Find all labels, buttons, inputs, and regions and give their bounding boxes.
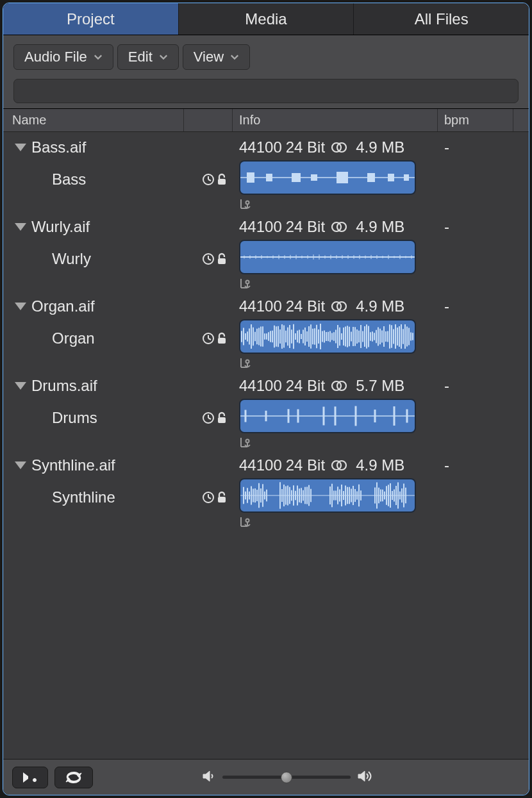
volume-control (202, 770, 374, 785)
info-sample-rate: 44100 (239, 456, 282, 474)
slider-thumb[interactable] (281, 772, 292, 783)
menu-view[interactable]: View (183, 44, 250, 70)
stereo-icon (330, 300, 348, 313)
info-sample-rate: 44100 (239, 138, 282, 156)
chevron-down-icon (230, 53, 239, 62)
anchor-icon (239, 356, 438, 369)
disclosure-triangle-icon[interactable] (15, 303, 26, 310)
region-name: Synthline (52, 488, 115, 506)
region-row[interactable]: Drums (3, 395, 529, 450)
waveform[interactable] (239, 478, 416, 513)
stereo-icon (330, 379, 348, 392)
unlock-icon (216, 173, 228, 186)
region-name: Drums (52, 409, 97, 427)
chevron-down-icon (159, 53, 168, 62)
menu-label: Edit (128, 49, 153, 65)
table-header: Name Info bpm (3, 109, 529, 132)
play-icon (22, 771, 38, 784)
column-info[interactable]: Info (233, 109, 438, 131)
waveform[interactable] (239, 240, 416, 274)
tab-bar: Project Media All Files (3, 3, 529, 35)
info-bit-depth: 24 Bit (286, 297, 325, 315)
svg-rect-65 (218, 338, 226, 344)
disclosure-triangle-icon[interactable] (15, 223, 26, 231)
stereo-icon (330, 141, 348, 154)
svg-line-164 (208, 418, 211, 419)
svg-point-17 (246, 201, 249, 204)
file-name: Synthline.aif (31, 456, 115, 474)
stereo-icon (330, 459, 348, 472)
column-name[interactable]: Name (3, 109, 184, 131)
loop-icon (64, 771, 83, 784)
disclosure-triangle-icon[interactable] (15, 382, 26, 390)
info-bpm: - (438, 218, 513, 236)
svg-rect-186 (218, 497, 226, 503)
file-name: Drums.aif (31, 377, 97, 395)
svg-rect-165 (218, 417, 226, 423)
column-status[interactable] (184, 109, 233, 131)
svg-point-179 (246, 440, 249, 443)
waveform[interactable] (239, 399, 416, 433)
info-bit-depth: 24 Bit (286, 456, 325, 474)
file-row[interactable]: Synthline.aif 44100 24 Bit 4.9 MB - (3, 450, 529, 474)
menu-label: View (194, 49, 224, 65)
menu-bar: Audio File Edit View (13, 44, 519, 70)
info-size: 4.9 MB (356, 297, 404, 315)
anchor-icon (239, 197, 438, 210)
clock-icon (202, 173, 215, 186)
unlock-icon (216, 253, 228, 265)
disclosure-triangle-icon[interactable] (15, 144, 26, 151)
loop-button[interactable] (54, 767, 93, 788)
clock-icon (202, 411, 215, 424)
info-sample-rate: 44100 (239, 218, 282, 236)
info-size: 4.9 MB (356, 456, 404, 474)
search-input[interactable] (13, 79, 519, 103)
column-bpm[interactable]: bpm (438, 109, 513, 131)
region-row[interactable]: Bass (3, 156, 529, 212)
volume-slider[interactable] (222, 776, 351, 779)
audio-browser-window: Project Media All Files Audio File Edit … (3, 3, 529, 795)
stereo-icon (330, 220, 348, 233)
svg-rect-24 (218, 258, 226, 264)
anchor-icon (239, 436, 438, 449)
waveform[interactable] (239, 160, 416, 195)
disclosure-triangle-icon[interactable] (15, 461, 26, 469)
info-bpm: - (438, 297, 513, 315)
file-row[interactable]: Bass.aif 44100 24 Bit 4.9 MB - (3, 132, 529, 156)
chevron-down-icon (94, 53, 103, 62)
info-bit-depth: 24 Bit (286, 218, 325, 236)
region-row[interactable]: Wurly (3, 236, 529, 291)
info-bit-depth: 24 Bit (286, 377, 325, 395)
info-sample-rate: 44100 (239, 297, 282, 315)
clock-icon (202, 332, 215, 345)
preview-play-button[interactable] (12, 767, 48, 788)
region-row[interactable]: Synthline (3, 474, 529, 529)
svg-line-23 (208, 259, 211, 260)
svg-point-256 (33, 778, 37, 781)
menu-edit[interactable]: Edit (117, 44, 179, 70)
menu-label: Audio File (24, 49, 87, 65)
svg-line-64 (208, 338, 211, 340)
unlock-icon (216, 332, 228, 345)
tab-media[interactable]: Media (179, 3, 354, 35)
region-row[interactable]: Organ (3, 315, 529, 370)
info-bpm: - (438, 456, 513, 474)
menu-audio-file[interactable]: Audio File (13, 44, 113, 70)
footer (3, 759, 529, 795)
info-size: 4.9 MB (356, 138, 404, 156)
info-bit-depth: 24 Bit (286, 138, 325, 156)
info-size: 5.7 MB (356, 377, 404, 395)
file-row[interactable]: Drums.aif 44100 24 Bit 5.7 MB - (3, 370, 529, 395)
svg-point-158 (246, 360, 249, 363)
svg-line-185 (208, 497, 211, 499)
region-name: Bass (52, 170, 86, 188)
file-row[interactable]: Organ.aif 44100 24 Bit 4.9 MB - (3, 291, 529, 315)
tab-all-files[interactable]: All Files (354, 3, 529, 35)
speaker-low-icon (202, 770, 216, 785)
anchor-icon (239, 515, 438, 528)
file-row[interactable]: Wurly.aif 44100 24 Bit 4.9 MB - (3, 212, 529, 236)
clock-icon (202, 253, 215, 265)
tab-project[interactable]: Project (3, 3, 179, 35)
waveform[interactable] (239, 319, 416, 354)
region-name: Organ (52, 329, 95, 347)
